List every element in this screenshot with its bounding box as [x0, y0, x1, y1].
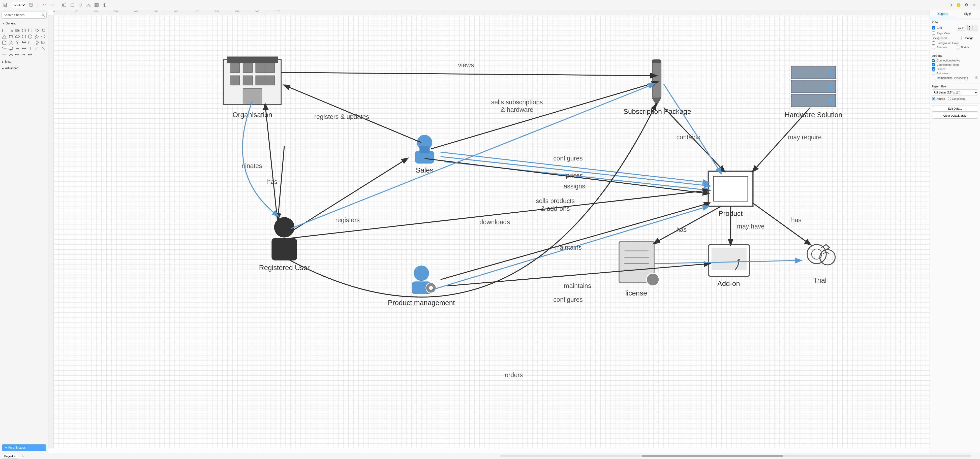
portrait-radio-label[interactable]: Portrait	[932, 97, 945, 100]
section-header-general[interactable]: ▼ General	[0, 20, 48, 27]
node-trial[interactable]: Trial	[807, 245, 835, 284]
paper-size-select[interactable]: US-Letter (8.5" x 11") A4 (210 x 297 mm)…	[932, 89, 978, 95]
emoji-btn[interactable]: 🙂	[955, 2, 962, 9]
shape-list-item[interactable]: List Item	[2, 46, 7, 51]
section-header-misc[interactable]: ▶ Misc	[0, 59, 48, 65]
landscape-radio[interactable]	[948, 97, 951, 100]
connection-points-checkbox[interactable]	[932, 63, 935, 66]
rect-tool-btn[interactable]	[69, 2, 76, 9]
shape-cloud[interactable]	[14, 34, 20, 39]
grid-checkbox[interactable]	[932, 26, 935, 30]
grid-color-swatch[interactable]	[972, 25, 978, 30]
add-tool-btn[interactable]	[101, 2, 108, 9]
shape-arrow-end[interactable]	[27, 52, 33, 57]
settings-btn[interactable]: ⚙	[963, 2, 970, 9]
clear-default-style-btn[interactable]: Clear Default Style	[932, 113, 978, 119]
shape-octagon[interactable]	[27, 34, 33, 39]
tab-diagram[interactable]: Diagram	[930, 10, 955, 18]
add-page-btn[interactable]: +	[20, 454, 25, 459]
node-hardware[interactable]: Hardware Solution	[785, 66, 842, 118]
more-shapes-btn[interactable]: + More Shapes	[2, 445, 46, 451]
shape-curved-arrow[interactable]	[8, 52, 14, 57]
path-tool-btn[interactable]	[85, 2, 92, 9]
shape-double-arrow[interactable]	[14, 52, 20, 57]
math-info-icon[interactable]: ⓘ	[975, 76, 978, 79]
text-tool-btn[interactable]	[61, 2, 68, 9]
shape-person[interactable]	[8, 40, 14, 45]
shape-parallelogram[interactable]	[41, 28, 46, 33]
change-background-btn[interactable]: Change...	[961, 36, 978, 40]
page-view-checkbox[interactable]	[932, 32, 935, 35]
svg-rect-81	[256, 63, 265, 73]
portrait-radio[interactable]	[932, 97, 935, 100]
shape-arrow-diag[interactable]	[34, 46, 40, 51]
edge-maintains1	[441, 203, 710, 280]
shape-connector-misc[interactable]	[21, 52, 27, 57]
shape-rect[interactable]	[2, 28, 7, 33]
shape-diamond[interactable]	[34, 28, 40, 33]
shadow-label: Shadow	[937, 46, 954, 49]
shape-rounded-rect[interactable]	[27, 28, 33, 33]
shape-arrow-diag2[interactable]	[41, 46, 46, 51]
share-btn[interactable]	[947, 2, 954, 9]
shape-ellipse[interactable]	[21, 28, 27, 33]
shape-text[interactable]: Text	[8, 28, 14, 33]
new-page-btn[interactable]	[28, 2, 35, 9]
zoom-select[interactable]: 125% 100% 75% 50%	[11, 2, 26, 8]
shape-dotted-line[interactable]	[2, 52, 7, 57]
node-organisation[interactable]: Organisation	[224, 56, 281, 118]
shadow-checkbox[interactable]	[932, 46, 935, 49]
tab-style[interactable]: Style	[955, 10, 980, 18]
autosave-row: Autosave	[932, 71, 978, 75]
bottom-bar: Page-1 ∧ +	[0, 453, 980, 459]
shape-arrow-up[interactable]	[27, 46, 33, 51]
guides-checkbox[interactable]	[932, 67, 935, 70]
shape-half-circle[interactable]	[21, 40, 27, 45]
shape-star[interactable]	[34, 34, 40, 39]
ellipse-tool-btn[interactable]	[77, 2, 84, 9]
search-input[interactable]	[4, 13, 41, 17]
scrollbar-thumb[interactable]	[642, 455, 783, 457]
grid-value-input[interactable]	[957, 25, 966, 30]
svg-marker-69	[15, 54, 16, 55]
math-typesetting-checkbox[interactable]	[932, 76, 935, 79]
page-tab-1[interactable]: Page-1 ∧	[2, 454, 18, 459]
sketch-checkbox[interactable]	[956, 46, 959, 49]
undo-btn[interactable]: ↩	[40, 2, 48, 9]
canvas[interactable]: Organisation Sales Product management	[53, 15, 929, 448]
autosave-checkbox[interactable]	[932, 71, 935, 75]
shape-heading[interactable]: Head	[14, 28, 20, 33]
close-btn[interactable]: ✕	[971, 2, 978, 9]
svg-rect-80	[243, 63, 253, 73]
shape-triangle[interactable]	[2, 34, 7, 39]
shape-line[interactable]	[14, 46, 20, 51]
shape-cross[interactable]	[34, 40, 40, 45]
node-subscription[interactable]: Subscription Package	[623, 60, 691, 115]
table-tool-btn[interactable]	[93, 2, 100, 9]
page-icon-btn[interactable]	[2, 2, 9, 9]
shape-arrow-right[interactable]	[41, 34, 46, 39]
node-registered-user[interactable]: Registered User	[259, 217, 310, 272]
shape-note[interactable]	[2, 40, 7, 45]
shape-person2[interactable]	[14, 40, 20, 45]
redo-btn[interactable]: ↪	[48, 2, 56, 9]
svg-text:Text: Text	[10, 29, 13, 32]
svg-rect-86	[265, 76, 275, 85]
grid-down-btn[interactable]: ▼	[967, 28, 971, 30]
shape-hexagon[interactable]	[21, 34, 27, 39]
landscape-radio-label[interactable]: Landscape	[948, 97, 966, 100]
horizontal-scrollbar[interactable]	[500, 455, 971, 457]
search-box[interactable]: 🔍	[2, 11, 47, 19]
bg-color-checkbox[interactable]	[932, 41, 935, 44]
shape-cylinder[interactable]	[8, 34, 14, 39]
connection-arrows-checkbox[interactable]	[932, 59, 935, 62]
section-header-advanced[interactable]: ▶ Advanced	[0, 65, 48, 71]
shape-line2[interactable]	[21, 46, 27, 51]
shape-rect-outline[interactable]	[41, 40, 46, 45]
zoom-menu-btn[interactable]: 125% 100% 75% 50%	[10, 2, 27, 9]
shape-crescent[interactable]	[27, 40, 33, 45]
shape-callout[interactable]	[8, 46, 14, 51]
grid-up-btn[interactable]: ▲	[967, 25, 971, 28]
node-addon[interactable]: Add-on	[708, 245, 749, 287]
edit-data-btn[interactable]: Edit Data...	[932, 106, 978, 111]
